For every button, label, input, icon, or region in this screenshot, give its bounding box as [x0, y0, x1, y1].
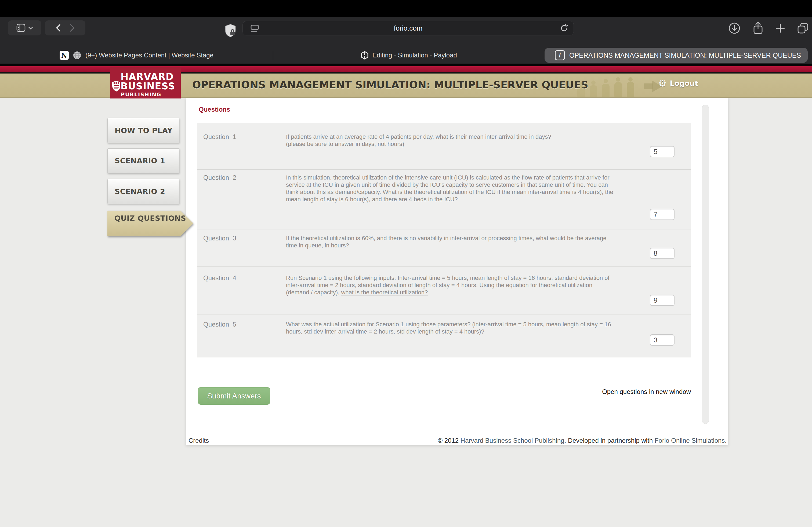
forward-button[interactable]: [69, 23, 76, 32]
question-label: Question 5: [203, 321, 236, 328]
questions-box: Question 1 If patients arrive at an aver…: [197, 123, 691, 358]
sidebar-item-how-to-play[interactable]: HOW TO PLAY: [107, 118, 179, 143]
tab-website-pages[interactable]: N (9+) Website Pages Content | Website S…: [0, 47, 273, 64]
person-silhouette: [627, 82, 634, 97]
question-label: Question 2: [203, 174, 236, 181]
question-inline-link[interactable]: actual utilization: [323, 321, 365, 328]
toolbar-right-icons: [728, 21, 809, 35]
harvard-shield-icon: [112, 80, 121, 92]
answer-input-4[interactable]: [650, 295, 675, 306]
tab-overview-icon[interactable]: [797, 22, 809, 34]
privacy-shield-extension-icon[interactable]: [224, 24, 236, 37]
publisher-link[interactable]: Harvard Business School Publishing.: [461, 437, 566, 444]
sidebar-item-scenario-1[interactable]: SCENARIO 1: [107, 148, 179, 174]
share-icon[interactable]: [752, 21, 764, 35]
screen: forio.com: [0, 0, 812, 527]
question-row-3: Question 3 If the theoretical utilizatio…: [197, 229, 691, 267]
sidebar-toggle-button[interactable]: [8, 20, 41, 35]
person-silhouette: [590, 85, 597, 97]
question-inline-link[interactable]: what is the theoretical utilization?: [341, 289, 428, 296]
person-silhouette: [614, 82, 622, 97]
question-row-2: Question 2 In this simulation, theoretic…: [197, 170, 691, 229]
url-text[interactable]: forio.com: [243, 24, 574, 32]
partnership-text: Developed in partnership with: [566, 437, 655, 444]
sidebar-item-label: SCENARIO 1: [115, 157, 165, 165]
answer-input-3[interactable]: [650, 248, 675, 259]
back-button[interactable]: [55, 23, 62, 32]
nav-buttons: [45, 20, 85, 35]
answer-input-5[interactable]: [650, 334, 675, 346]
question-text: In this simulation, theoretical utilizat…: [286, 174, 616, 203]
answer-input-1[interactable]: [650, 146, 675, 157]
refresh-icon[interactable]: [560, 24, 568, 32]
question-text-part: If patients arrive at an average rate of…: [286, 133, 551, 147]
person-silhouette: [577, 86, 585, 97]
logo-line-3: PUBLISHING: [121, 91, 161, 97]
simulation-favicon: /: [555, 50, 565, 60]
tab-active-simulation[interactable]: / OPERATIONS MANAGEMENT SIMULATION: MULT…: [545, 48, 808, 63]
downloads-icon[interactable]: [728, 22, 741, 34]
gear-icon: ⚙: [658, 78, 666, 89]
sidebar-item-scenario-2[interactable]: SCENARIO 2: [107, 179, 179, 204]
answer-input-2[interactable]: [650, 209, 675, 220]
sidebar-item-quiz-questions-active[interactable]: QUIZ QUESTIONS: [107, 211, 193, 236]
url-bar[interactable]: forio.com: [243, 21, 574, 35]
question-row-4: Question 4 Run Scenario 1 using the foll…: [197, 267, 691, 315]
harvard-business-publishing-logo[interactable]: HARVARD BUSINESS PUBLISHING: [110, 67, 181, 99]
logout-label: Logout: [670, 79, 698, 88]
page-title: OPERATIONS MANAGEMENT SIMULATION: MULTIP…: [192, 79, 595, 91]
credits-link[interactable]: Credits: [188, 437, 209, 445]
globe-icon: [73, 51, 82, 60]
page-settings-icon[interactable]: [250, 25, 259, 32]
question-text-part: Run Scenario 1 using the following input…: [286, 274, 611, 296]
sidebar-item-label: SCENARIO 2: [115, 187, 165, 196]
chevron-down-icon: [28, 26, 33, 30]
people-silhouettes-graphic: [577, 76, 647, 97]
sidebar-item-label: QUIZ QUESTIONS: [107, 211, 193, 236]
submit-answers-button[interactable]: Submit Answers: [198, 387, 270, 405]
copyright-line: © 2012 Harvard Business School Publishin…: [438, 437, 727, 445]
menu-bar: [0, 0, 812, 17]
tab-label: (9+) Website Pages Content | Website Sta…: [85, 51, 214, 59]
question-row-1: Question 1 If patients arrive at an aver…: [197, 123, 691, 170]
copyright-prefix: © 2012: [438, 437, 460, 444]
logout-control[interactable]: ⚙ Logout: [658, 77, 698, 89]
question-text: What was the actual utilization for Scen…: [286, 321, 616, 335]
open-questions-new-window-link[interactable]: Open questions in new window: [602, 388, 691, 395]
questions-scrollbar[interactable]: [702, 105, 709, 424]
sidebar-item-label: HOW TO PLAY: [115, 126, 173, 135]
tab-label: Editing - Simulation - Payload: [373, 51, 457, 59]
question-label: Question 1: [203, 133, 236, 140]
question-text-part: What was the: [286, 321, 323, 328]
logo-line-2: BUSINESS: [120, 81, 175, 91]
forio-link[interactable]: Forio Online Simulations.: [655, 437, 727, 444]
questions-section-title: Questions: [199, 106, 230, 113]
question-text-part: If the theoretical utilization is 60%, a…: [286, 235, 608, 249]
tab-editing-simulation[interactable]: Editing - Simulation - Payload: [273, 47, 545, 64]
question-row-5: Question 5 What was the actual utilizati…: [197, 315, 691, 358]
logo-line-1: HARVARD: [120, 71, 174, 82]
notion-icon: N: [60, 51, 69, 60]
sidebar-icon: [16, 23, 26, 33]
question-label: Question 4: [203, 274, 236, 282]
new-tab-icon[interactable]: [775, 23, 785, 33]
tab-label: OPERATIONS MANAGEMENT SIMULATION: MULTIP…: [569, 51, 801, 59]
chrome-page-gap: [0, 64, 812, 66]
question-text: If the theoretical utilization is 60%, a…: [286, 235, 616, 249]
question-text-part: In this simulation, theoretical utilizat…: [286, 174, 615, 202]
forio-epicenter-icon: [361, 51, 369, 60]
person-silhouette: [602, 84, 610, 97]
question-label: Question 3: [203, 235, 236, 242]
question-text: If patients arrive at an average rate of…: [286, 133, 616, 148]
arrow-graphic-bar: [644, 84, 653, 89]
question-text: Run Scenario 1 using the following input…: [286, 274, 616, 296]
submit-answers-label: Submit Answers: [207, 392, 261, 400]
